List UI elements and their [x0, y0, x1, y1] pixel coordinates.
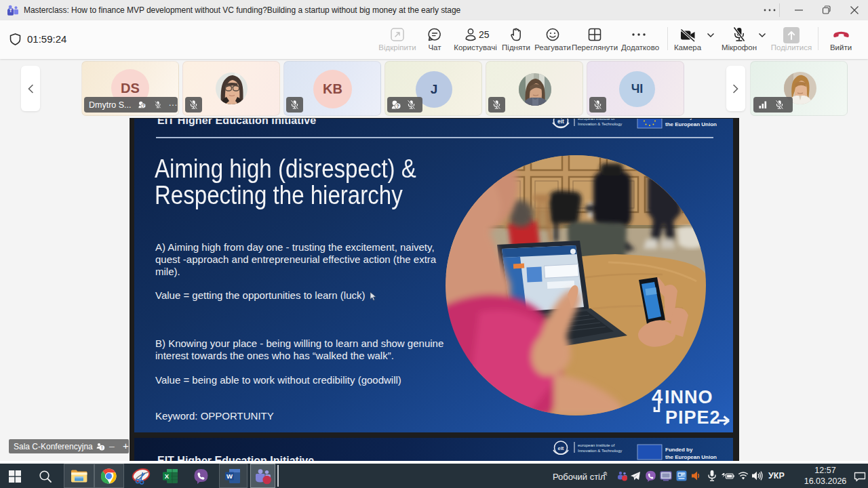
- svg-text:INNO: INNO: [665, 387, 713, 407]
- svg-text:?: ?: [142, 104, 144, 108]
- svg-text:Innovation & Technology: Innovation & Technology: [578, 449, 622, 453]
- svg-text:eit: eit: [558, 445, 564, 451]
- svg-text:Funded by: Funded by: [665, 119, 693, 120]
- svg-text:the European Union: the European Union: [665, 121, 717, 127]
- svg-text:the European Union: the European Union: [665, 454, 717, 460]
- svg-text:4: 4: [652, 386, 663, 407]
- svg-text:european institute of: european institute of: [578, 443, 615, 447]
- svg-text:Innovation & Technology: Innovation & Technology: [578, 122, 622, 126]
- svg-text:Funded by: Funded by: [665, 447, 693, 453]
- svg-text:?: ?: [396, 103, 399, 109]
- svg-text:W: W: [226, 472, 233, 480]
- svg-text:eit: eit: [557, 119, 564, 125]
- svg-text:T: T: [9, 8, 12, 13]
- svg-text:PIPE2: PIPE2: [665, 407, 721, 428]
- svg-text:X: X: [165, 472, 170, 480]
- svg-text:european institute of: european institute of: [578, 119, 615, 121]
- svg-text:!: !: [101, 445, 102, 450]
